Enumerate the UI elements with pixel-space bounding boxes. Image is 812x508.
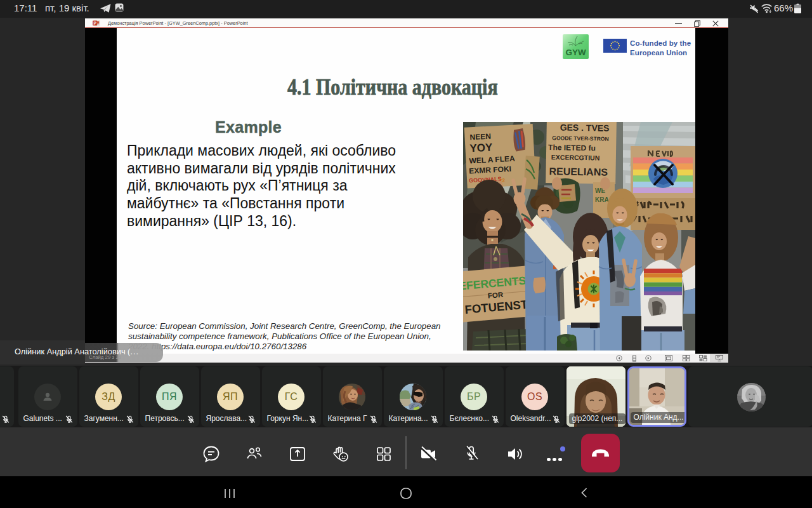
svg-text:The IETED fu: The IETED fu (548, 143, 596, 152)
svg-text:GYW: GYW (565, 48, 586, 57)
svg-text:REUELIANS: REUELIANS (549, 166, 608, 178)
svg-text:GES . TVES: GES . TVES (560, 122, 610, 133)
svg-text:NEEN: NEEN (469, 132, 491, 142)
svg-text:GOODE TVER-STRON: GOODE TVER-STRON (552, 135, 608, 142)
svg-text:KRA: KRA (595, 196, 609, 203)
svg-text:YOY: YOY (469, 141, 494, 154)
svg-text:EXCERCGTIUN: EXCERCGTIUN (551, 153, 600, 161)
svg-text:P: P (93, 21, 96, 25)
svg-text:FOR: FOR (487, 291, 504, 300)
